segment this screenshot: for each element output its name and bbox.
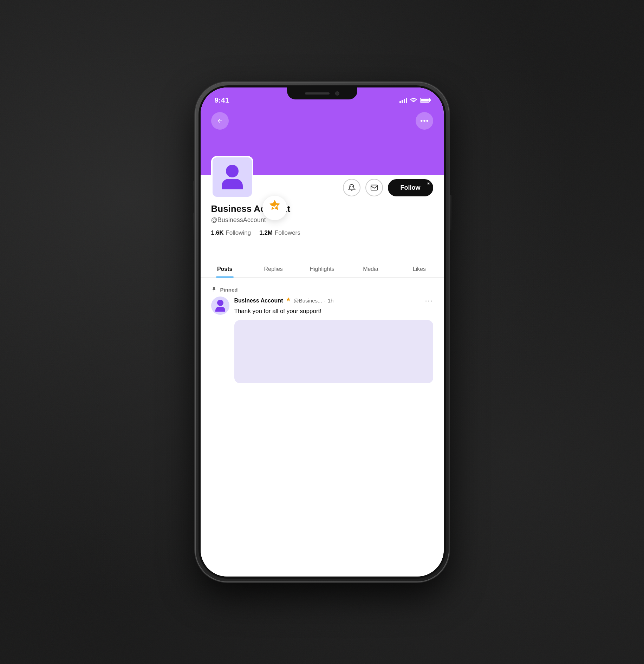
volume-up-button[interactable]: [193, 181, 195, 206]
tab-media[interactable]: Media: [346, 260, 395, 277]
notch: [287, 87, 357, 99]
tweet-image: [234, 320, 433, 383]
tweet-verified-icon: [285, 297, 292, 305]
tweet-avatar-head: [217, 300, 223, 306]
tab-highlights[interactable]: Highlights: [298, 260, 346, 277]
pinned-label: Pinned: [201, 281, 444, 297]
battery-icon: [420, 98, 430, 103]
avatar-head: [226, 165, 239, 177]
tweet-timestamp: 1h: [328, 298, 334, 304]
phone-mockup: 9:41: [196, 83, 449, 581]
tweet-header: Business Account @Busines... · 1h ···: [234, 297, 433, 305]
message-button[interactable]: [365, 179, 383, 196]
following-count: 1.6K: [211, 229, 224, 236]
tab-replies[interactable]: Replies: [249, 260, 298, 277]
profile-stats: 1.6K Following 1.2M Followers: [211, 229, 433, 236]
tweet-more-button[interactable]: ···: [425, 297, 433, 305]
profile-name-row: Business Account: [211, 203, 433, 214]
signal-bar-4: [406, 98, 407, 103]
following-stat[interactable]: 1.6K Following: [211, 229, 251, 236]
tweet-author-handle: @Busines...: [294, 298, 322, 304]
svg-point-0: [421, 120, 423, 122]
verified-badge-popup: [262, 196, 287, 220]
tweet-avatar-body: [215, 307, 225, 312]
pinned-text: Pinned: [220, 287, 238, 293]
followers-stat[interactable]: 1.2M Followers: [259, 229, 300, 236]
tweet-author-name: Business Account: [234, 298, 283, 304]
avatar-image: [222, 165, 243, 189]
front-camera: [335, 91, 339, 96]
power-button[interactable]: [449, 195, 451, 230]
wifi-icon: [410, 97, 417, 104]
svg-point-1: [423, 120, 425, 122]
avatar-body: [222, 179, 243, 189]
tweet-time: ·: [324, 298, 326, 304]
followers-label: Followers: [275, 229, 300, 236]
more-options-button[interactable]: [416, 112, 433, 130]
status-time: 9:41: [215, 96, 229, 104]
verified-star-icon: [267, 199, 282, 217]
signal-bar-3: [404, 99, 405, 103]
tweet-item[interactable]: Business Account @Busines... · 1h ··· Th…: [201, 297, 444, 383]
status-icons: [399, 97, 430, 104]
svg-rect-4: [371, 185, 377, 190]
profile-tabs: Posts Replies Highlights Media Likes: [201, 260, 444, 278]
signal-icon: [399, 97, 407, 103]
avatar-container: [211, 156, 253, 198]
tweet-body: Business Account @Busines... · 1h ··· Th…: [234, 297, 433, 383]
notifications-button[interactable]: +: [343, 179, 360, 196]
svg-point-2: [426, 120, 428, 122]
followers-count: 1.2M: [259, 229, 273, 236]
battery-fill: [421, 99, 429, 102]
tab-posts[interactable]: Posts: [201, 260, 249, 277]
tweet-author-avatar: [211, 297, 229, 315]
tweet-text: Thank you for all of your support!: [234, 307, 433, 316]
tab-likes[interactable]: Likes: [395, 260, 443, 277]
profile-info: Business Account @BusinessAccount 1.6K F…: [211, 203, 433, 236]
nav-bar: [201, 109, 444, 133]
avatar: [211, 156, 253, 198]
signal-bar-1: [399, 101, 401, 103]
volume-down-button[interactable]: [193, 213, 195, 237]
speaker-grille: [305, 92, 330, 95]
following-label: Following: [226, 229, 251, 236]
pin-icon: [211, 286, 217, 293]
signal-bar-2: [402, 100, 403, 103]
tweet-feed: Pinned Business Account: [201, 281, 444, 577]
back-button[interactable]: [211, 112, 229, 130]
profile-actions: + Follow: [343, 179, 433, 196]
phone-screen: 9:41: [201, 87, 444, 577]
follow-button[interactable]: Follow: [388, 179, 433, 196]
profile-handle: @BusinessAccount: [211, 216, 433, 224]
